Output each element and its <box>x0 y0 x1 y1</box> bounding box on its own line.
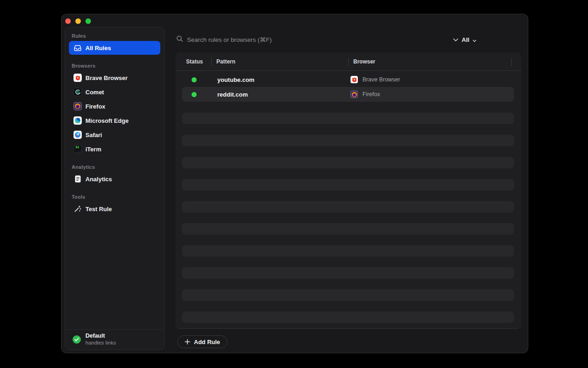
sidebar-item-test-rule[interactable]: Test Rule <box>69 202 160 216</box>
wand-icon <box>74 205 82 213</box>
sidebar-item-brave[interactable]: Brave Browser <box>69 71 160 85</box>
close-button[interactable] <box>65 18 71 24</box>
empty-row-stripe <box>182 179 514 190</box>
sidebar-item-label: Firefox <box>85 103 105 110</box>
section-header-browsers: Browsers <box>72 63 158 69</box>
plus-icon <box>185 339 190 345</box>
rules-table: Status Pattern Browser youtube.com Brave… <box>175 52 521 329</box>
section-header-tools: Tools <box>72 194 158 200</box>
search-icon <box>176 35 183 44</box>
add-rule-label: Add Rule <box>194 339 220 345</box>
sidebar-item-label: Test Rule <box>85 206 112 213</box>
filter-label: All <box>462 36 469 43</box>
chevron-down-icon <box>453 35 458 44</box>
search-input[interactable] <box>187 36 380 43</box>
sidebar-item-iterm[interactable]: $▮iTerm <box>69 142 160 156</box>
sidebar-item-comet[interactable]: Comet <box>69 85 160 99</box>
table-row-reddit.com[interactable]: reddit.comFirefox <box>182 87 514 102</box>
sidebar-item-firefox[interactable]: Firefox <box>69 99 160 113</box>
sidebar-item-safari[interactable]: Safari <box>69 128 160 142</box>
check-circle-icon <box>73 335 81 344</box>
browser-name: Brave Browser <box>362 76 400 83</box>
status-dot <box>192 77 197 82</box>
sidebar-item-edge[interactable]: Microsoft Edge <box>69 114 160 127</box>
empty-row-stripe <box>182 157 514 168</box>
column-divider <box>348 58 349 66</box>
sidebar: Rules All RulesBrowsers Brave Browser Co… <box>65 27 164 350</box>
browser-cell: Brave Browser <box>351 72 400 87</box>
safari-icon <box>74 131 82 139</box>
empty-row-stripe <box>182 201 514 213</box>
empty-row-stripe <box>182 223 514 235</box>
firefox-icon <box>74 102 82 110</box>
empty-row-stripe <box>182 135 514 146</box>
iterm-icon: $▮ <box>74 145 82 153</box>
sidebar-item-label: Comet <box>85 89 104 96</box>
empty-row-stripe <box>182 113 514 124</box>
filter-dropdown[interactable]: All <box>453 33 476 46</box>
app-window: Rules All RulesBrowsers Brave Browser Co… <box>61 14 528 353</box>
add-rule-button[interactable]: Add Rule <box>177 335 227 348</box>
pattern-cell: youtube.com <box>217 72 254 87</box>
sidebar-item-analytics[interactable]: Analytics <box>69 172 160 186</box>
sidebar-item-label: All Rules <box>85 45 111 52</box>
sidebar-item-all-rules[interactable]: All Rules <box>69 41 160 55</box>
column-header-browser[interactable]: Browser <box>353 52 375 71</box>
default-browser-title: Default <box>85 333 116 340</box>
section-header-rules: Rules <box>72 33 158 39</box>
empty-row-stripe <box>182 245 514 257</box>
sidebar-item-label: Safari <box>85 132 102 138</box>
sidebar-item-label: Analytics <box>85 176 112 183</box>
chevron-down-small-icon <box>473 36 476 44</box>
sidebar-item-label: iTerm <box>85 146 101 153</box>
brave-icon <box>351 76 358 83</box>
column-divider <box>511 58 512 66</box>
desktop-background: Rules All RulesBrowsers Brave Browser Co… <box>0 0 588 368</box>
browser-name: Firefox <box>362 91 380 98</box>
default-browser-subtitle: handles links <box>85 339 116 346</box>
report-icon <box>74 175 82 183</box>
default-browser-status[interactable]: Default handles links <box>65 329 164 350</box>
comet-icon <box>74 88 82 96</box>
brave-icon <box>74 74 82 82</box>
pattern-cell: reddit.com <box>217 87 248 102</box>
window-controls <box>65 18 91 24</box>
empty-row-stripe <box>182 267 514 279</box>
empty-row-stripe <box>182 289 514 301</box>
zoom-button[interactable] <box>85 18 91 24</box>
edge-icon <box>74 116 82 125</box>
sidebar-item-label: Microsoft Edge <box>85 117 129 124</box>
status-dot <box>192 92 197 97</box>
table-header: Status Pattern Browser <box>175 52 521 71</box>
column-divider <box>211 58 212 66</box>
sidebar-item-label: Brave Browser <box>85 75 128 81</box>
firefox-icon <box>351 91 358 98</box>
column-header-pattern[interactable]: Pattern <box>216 52 235 71</box>
empty-row-stripe <box>182 311 514 323</box>
tray-icon <box>74 45 82 51</box>
column-header-status[interactable]: Status <box>186 52 203 71</box>
section-header-analytics: Analytics <box>72 164 158 170</box>
minimize-button[interactable] <box>75 18 81 24</box>
browser-cell: Firefox <box>351 87 380 102</box>
table-row-youtube.com[interactable]: youtube.com Brave Browser <box>182 72 514 87</box>
search-field <box>176 33 380 46</box>
